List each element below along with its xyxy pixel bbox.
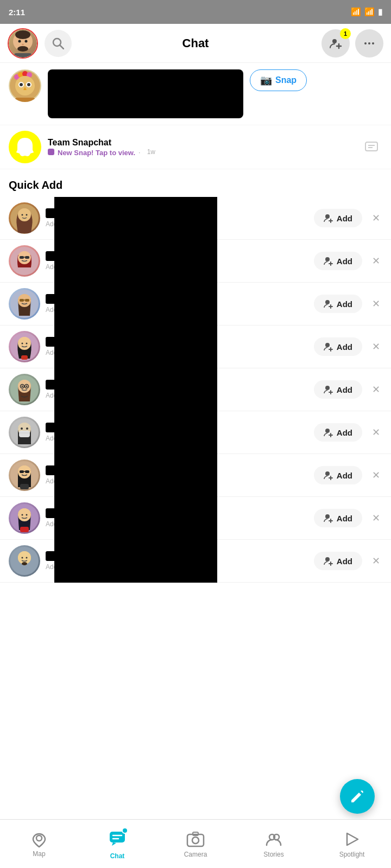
add-button-3[interactable]: Add xyxy=(314,295,362,313)
add-person-icon-3 xyxy=(324,299,333,309)
svg-rect-89 xyxy=(20,470,24,473)
qa-avatar-4 xyxy=(9,331,40,362)
add-button-8[interactable]: Add xyxy=(314,509,362,527)
snap-preview[interactable] xyxy=(48,69,243,118)
search-button[interactable] xyxy=(45,30,72,57)
qa-bitmoji-7 xyxy=(9,460,40,490)
svg-point-108 xyxy=(22,557,23,559)
svg-rect-41 xyxy=(20,256,24,259)
svg-rect-42 xyxy=(25,256,29,259)
chat-notification-dot xyxy=(122,827,128,834)
map-icon xyxy=(30,831,48,848)
svg-point-23 xyxy=(20,83,23,86)
camera-icon: 📷 xyxy=(260,74,272,86)
svg-rect-90 xyxy=(25,470,29,473)
add-button-6[interactable]: Add xyxy=(314,423,362,442)
qa-name-block-1 xyxy=(46,208,154,218)
snapchat-ghost-icon xyxy=(15,137,35,157)
header-right: 1 xyxy=(321,29,383,58)
avatar-bitmoji xyxy=(9,29,37,58)
qa-content-3: Added by Snap xyxy=(46,294,308,314)
svg-point-14 xyxy=(372,42,374,44)
qa-actions-6: Add ✕ xyxy=(314,423,382,442)
add-button-7[interactable]: Add xyxy=(314,466,362,484)
svg-point-5 xyxy=(22,43,24,45)
qa-sub-3: Added by Snap xyxy=(46,306,308,314)
dismiss-button-4[interactable]: ✕ xyxy=(370,339,382,355)
dismiss-button-1[interactable]: ✕ xyxy=(370,210,382,226)
svg-point-13 xyxy=(368,42,370,44)
add-person-icon-9 xyxy=(324,556,333,566)
svg-point-33 xyxy=(22,214,23,216)
svg-point-72 xyxy=(26,386,28,387)
add-label-4: Add xyxy=(337,342,352,352)
quick-add-item-3: Added by Snap Add ✕ xyxy=(0,283,391,326)
status-left: 2:11 xyxy=(9,8,25,17)
dismiss-button-8[interactable]: ✕ xyxy=(370,510,382,526)
svg-point-4 xyxy=(25,40,28,42)
qa-name-block-2 xyxy=(46,251,154,261)
nav-item-map[interactable]: Map xyxy=(12,831,66,858)
add-button-2[interactable]: Add xyxy=(314,252,362,270)
qa-bitmoji-2 xyxy=(9,246,40,276)
qa-content-4: Added by Snap xyxy=(46,337,308,356)
dismiss-button-7[interactable]: ✕ xyxy=(370,467,382,483)
svg-rect-118 xyxy=(187,834,204,846)
add-button-1[interactable]: Add xyxy=(314,209,362,227)
add-label-9: Add xyxy=(337,557,352,566)
svg-point-73 xyxy=(325,386,330,390)
quick-add-section-header: Quick Add xyxy=(0,169,391,197)
svg-marker-123 xyxy=(347,833,358,845)
add-button-5[interactable]: Add xyxy=(314,380,362,399)
header: Chat 1 xyxy=(0,24,391,63)
status-right: 📶 📶 ▮ xyxy=(351,7,382,17)
quick-add-item-9: Added by Snap Add ✕ xyxy=(0,540,391,583)
more-button[interactable] xyxy=(355,29,383,58)
svg-point-1 xyxy=(15,30,30,39)
svg-point-60 xyxy=(26,343,28,344)
dismiss-button-9[interactable]: ✕ xyxy=(370,553,382,569)
svg-point-102 xyxy=(325,514,330,519)
dismiss-button-6[interactable]: ✕ xyxy=(370,424,382,441)
nav-item-chat[interactable]: Chat xyxy=(90,828,144,860)
dismiss-button-2[interactable]: ✕ xyxy=(370,253,382,269)
quick-add-list: Added by Snap Add ✕ xyxy=(0,197,391,583)
snap-button[interactable]: 📷 Snap xyxy=(250,69,307,91)
qa-name-block-9 xyxy=(46,551,154,561)
nav-item-stories[interactable]: Stories xyxy=(247,830,301,858)
nav-item-camera[interactable]: Camera xyxy=(168,830,223,858)
svg-point-100 xyxy=(26,514,28,516)
add-label-1: Add xyxy=(337,214,352,223)
user-avatar[interactable] xyxy=(8,28,38,59)
nav-label-spotlight: Spotlight xyxy=(339,851,365,858)
svg-rect-51 xyxy=(25,299,29,302)
compose-fab[interactable] xyxy=(340,779,375,814)
dismiss-button-5[interactable]: ✕ xyxy=(370,381,382,398)
nav-label-camera: Camera xyxy=(184,851,207,858)
add-label-5: Add xyxy=(337,385,352,394)
add-button-4[interactable]: Add xyxy=(314,337,362,356)
chat-avatar-1 xyxy=(9,69,41,102)
qa-content-5: Added by Snap xyxy=(46,380,308,399)
chat-item-1[interactable]: 📷 Snap xyxy=(0,63,391,125)
svg-rect-27 xyxy=(365,142,377,151)
svg-point-59 xyxy=(22,343,23,344)
add-friend-button[interactable]: 1 xyxy=(321,29,350,58)
avatar-svg-1 xyxy=(9,69,41,102)
svg-point-80 xyxy=(21,427,23,430)
dismiss-button-3[interactable]: ✕ xyxy=(370,296,382,312)
qa-sub-2: Added by Snap xyxy=(46,263,308,271)
chat-item-team-snapchat[interactable]: Team Snapchat New Snap! Tap to view. · 1… xyxy=(0,125,391,169)
qa-avatar-2 xyxy=(9,245,40,277)
qa-avatar-5 xyxy=(9,374,40,405)
add-friend-icon xyxy=(329,37,342,50)
qa-actions-9: Add ✕ xyxy=(314,552,382,570)
add-label-8: Add xyxy=(337,514,352,523)
add-button-9[interactable]: Add xyxy=(314,552,362,570)
svg-point-81 xyxy=(26,427,28,430)
qa-content-6: Added by Snap xyxy=(46,423,308,442)
team-snapchat-avatar xyxy=(9,131,41,163)
battery-icon: ▮ xyxy=(378,7,382,17)
nav-item-spotlight[interactable]: Spotlight xyxy=(325,830,379,858)
svg-point-20 xyxy=(15,76,35,95)
